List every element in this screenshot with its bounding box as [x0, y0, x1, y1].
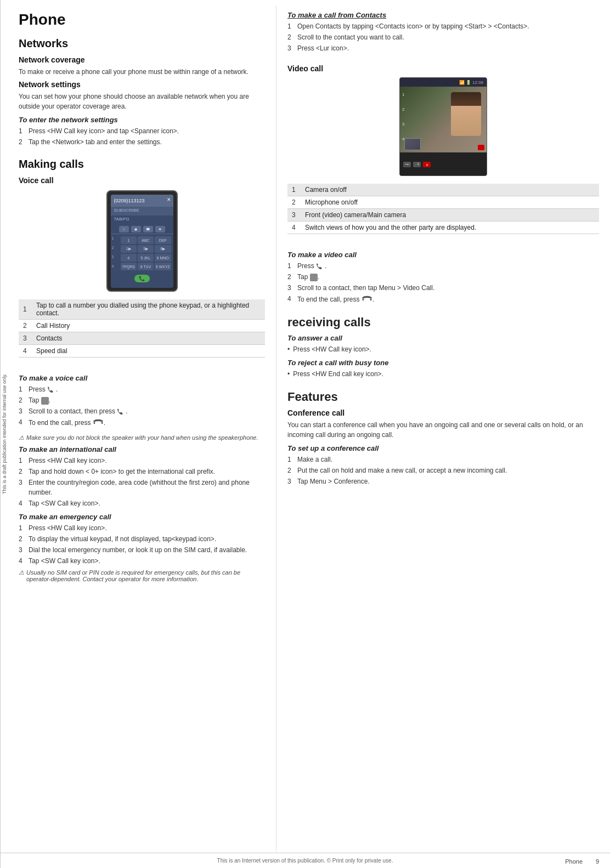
list-item: 4Tap <SW Call key icon>.: [19, 556, 265, 566]
table-cell-text: Microphone on/off: [301, 196, 599, 209]
list-item: 1 Press .: [287, 261, 599, 271]
list-item: 3 Scroll to a contact, then tap Menu > V…: [287, 283, 599, 293]
svg-rect-2: [362, 299, 364, 300]
list-item: 2To display the virtual keypad, if not d…: [19, 534, 265, 544]
list-item: 2 Tap .: [19, 395, 265, 405]
emergency-steps-list: 1Press <HW Call key icon>. 2To display t…: [19, 523, 265, 566]
networks-section-title: Networks: [19, 37, 265, 50]
conference-steps-list: 1Make a call. 2Put the call on hold and …: [287, 455, 599, 486]
svg-rect-0: [93, 422, 95, 424]
video-call-screenshot: 📶 🔋 12:38 1 2 3 4: [399, 77, 487, 176]
video-call-steps-list: 1 Press . 2 Tap . 3 Scroll to a contact,…: [287, 261, 599, 304]
list-item: 3Tap Menu > Conference.: [287, 476, 599, 486]
reject-call-heading: To reject a call with busy tone: [287, 359, 599, 367]
list-item: 4 To end the call, press .: [287, 294, 599, 304]
table-cell-num: 4: [19, 345, 32, 358]
table-cell-num: 3: [19, 332, 32, 345]
list-item: 2Tap the <Network> tab and enter the set…: [19, 137, 265, 147]
voice-call-screenshot: (0209)113123 ✕ SUBSCRIBE TAB/FG ☆ ◉ ☎ ★ …: [106, 190, 178, 292]
receiving-calls-title: receiving calls: [287, 315, 599, 330]
table-cell-text: Tap to call a number you dialled using t…: [32, 299, 265, 320]
list-item: 1Make a call.: [287, 455, 599, 464]
table-cell-text: Speed dial: [32, 345, 265, 358]
svg-rect-1: [101, 422, 103, 424]
table-cell-num: 4: [287, 222, 301, 234]
list-item: 3Enter the country/region code, area cod…: [19, 478, 265, 497]
side-label: This is a draft publication intended for…: [0, 0, 8, 868]
voice-call-steps-list: 1 Press . 2 Tap . 3 Scroll to a contact,…: [19, 384, 265, 428]
end-call-icon: [93, 417, 104, 425]
list-item: 1Press <HW Call key icon> and tap <Spann…: [19, 126, 265, 136]
table-cell-text: Call History: [32, 320, 265, 332]
enter-network-settings-heading: To enter the network settings: [19, 116, 265, 124]
voice-call-table: 1 Tap to call a number you dialled using…: [19, 299, 265, 358]
make-voice-call-heading: To make a voice call: [19, 374, 265, 382]
voice-call-title: Voice call: [19, 176, 265, 185]
table-cell-text: Camera on/off: [301, 184, 599, 196]
list-item: 2Put the call on hold and make a new cal…: [287, 466, 599, 475]
table-cell-num: 3: [287, 209, 301, 222]
list-item: 4 To end the call, press .: [19, 417, 265, 428]
call-icon: [316, 263, 325, 270]
table-cell-text: Switch views of how you and the other pa…: [301, 222, 599, 234]
table-cell-text: Contacts: [32, 332, 265, 345]
setup-conference-heading: To set up a conference call: [287, 444, 599, 452]
list-item: Press <HW Call key icon>.: [287, 344, 599, 354]
end-call-icon: [362, 294, 372, 302]
reject-bullets: Press <HW End call key icon>.: [287, 369, 599, 379]
answer-call-heading: To answer a call: [287, 334, 599, 342]
table-cell-num: 2: [19, 320, 32, 332]
making-calls-title: Making calls: [19, 158, 265, 171]
make-call-from-contacts-heading: To make a call from Contacts: [287, 11, 599, 19]
video-call-title: Video call: [287, 64, 599, 73]
list-item: 2Tap and hold down < 0+ icon> to get the…: [19, 467, 265, 476]
table-row: 2 Call History: [19, 320, 265, 332]
list-item: 1 Press .: [19, 384, 265, 394]
list-item: Press <HW End call key icon>.: [287, 369, 599, 379]
conference-call-title: Conference call: [287, 409, 599, 417]
table-cell-num: 1: [287, 184, 301, 196]
list-item: 2Scroll to the contact you want to call.: [287, 32, 599, 42]
list-item: 3Press <Lur icon>.: [287, 43, 599, 53]
svg-rect-3: [370, 299, 372, 300]
page-number: 9: [596, 858, 599, 865]
footer: This is an Internet version of this publ…: [0, 853, 610, 868]
list-item: 1Open Contacts by tapping <Contacts icon…: [287, 21, 599, 31]
make-emergency-heading: To make an emergency call: [19, 513, 265, 521]
network-coverage-text: To make or receive a phone call your pho…: [19, 67, 265, 77]
video-call-table: 1 Camera on/off 2 Microphone on/off 3 Fr…: [287, 184, 599, 234]
table-row: 1 Tap to call a number you dialled using…: [19, 299, 265, 320]
call-icon: [117, 409, 126, 415]
table-cell-num: 2: [287, 196, 301, 209]
make-video-call-heading: To make a video call: [287, 251, 599, 259]
square-icon: [310, 274, 318, 281]
note1: ⚠ Make sure you do not block the speaker…: [19, 434, 265, 441]
network-settings-title: Network settings: [19, 80, 265, 89]
square-icon: [41, 397, 49, 405]
network-settings-steps-list: 1Press <HW Call key icon> and tap <Spann…: [19, 126, 265, 147]
list-item: 1Press <HW Call key icon>.: [19, 523, 265, 533]
international-steps-list: 1Press <HW Call key icon>. 2Tap and hold…: [19, 456, 265, 508]
list-item: 3 Scroll to a contact, then press .: [19, 406, 265, 416]
footer-text: This is an Internet version of this publ…: [217, 858, 393, 864]
answer-bullets: Press <HW Call key icon>.: [287, 344, 599, 354]
list-item: 3Dial the local emergency number, or loo…: [19, 545, 265, 555]
table-row: 4 Speed dial: [19, 345, 265, 358]
list-item: 4Tap <SW Call key icon>.: [19, 498, 265, 508]
table-cell-num: 1: [19, 299, 32, 320]
list-item: 2 Tap .: [287, 272, 599, 282]
make-international-heading: To make an international call: [19, 445, 265, 453]
table-row: 3 Front (video) camera/Main camera: [287, 209, 599, 222]
page-label: Phone: [565, 858, 583, 865]
page-title: Phone: [19, 11, 265, 29]
table-row: 4 Switch views of how you and the other …: [287, 222, 599, 234]
table-row: 3 Contacts: [19, 332, 265, 345]
contacts-steps-list: 1Open Contacts by tapping <Contacts icon…: [287, 21, 599, 53]
network-settings-text: You can set how your phone should choose…: [19, 92, 265, 111]
table-row: 1 Camera on/off: [287, 184, 599, 196]
note2: ⚠ Usually no SIM card or PIN code is req…: [19, 569, 265, 582]
call-icon: [47, 387, 56, 393]
table-row: 2 Microphone on/off: [287, 196, 599, 209]
table-cell-text: Front (video) camera/Main camera: [301, 209, 599, 222]
features-title: Features: [287, 390, 599, 404]
